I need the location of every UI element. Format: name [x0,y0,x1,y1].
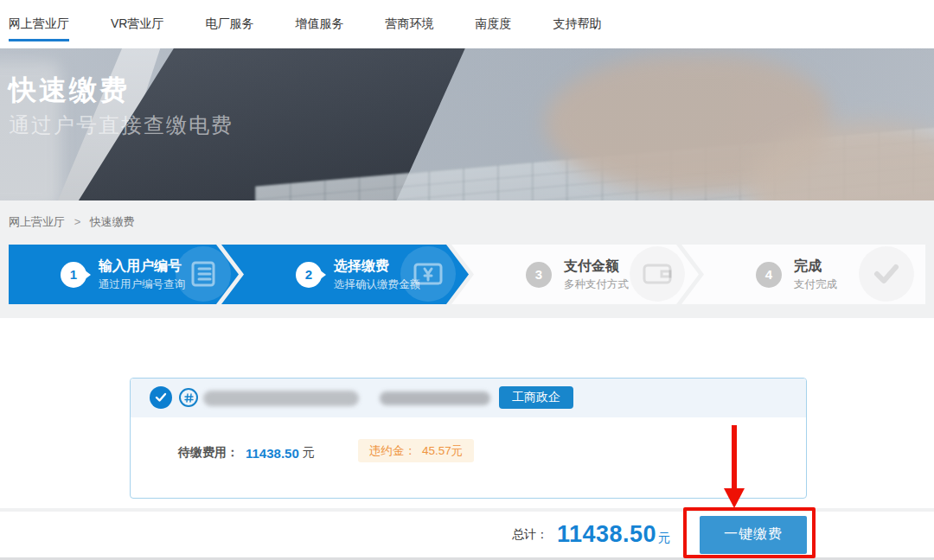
step-3-title: 支付金额 [564,259,629,273]
step-2-title: 选择缴费 [334,259,420,273]
step-1-enter-account: 1 输入用户编号 通过用户编号查询 [9,245,239,304]
step-4-subtitle: 支付完成 [794,279,837,290]
page: 网上营业厅 VR营业厅 电厂服务 增值服务 营商环境 南度度 支持帮助 快速缴费… [0,0,934,560]
step-1-subtitle: 通过用户编号查询 [99,279,185,290]
pending-fee-row: 待缴费用： 11438.50 元 [178,445,315,461]
nav-item-online-hall[interactable]: 网上营业厅 [9,0,69,48]
step-4-title: 完成 [794,259,837,273]
step-1-number: 1 [61,262,86,288]
step-1-title: 输入用户编号 [99,259,185,273]
step-2-number: 2 [296,262,322,288]
penalty-label: 违约金： [369,443,416,459]
check-icon [859,246,914,302]
step-2-choose-payment: 2 选择缴费 选择确认缴费金额 [221,245,469,304]
account-number-icon [179,388,198,407]
step-4-number: 4 [756,262,782,288]
hero-banner: 快速缴费 通过户号直接查缴电费 [0,48,934,200]
breadcrumb-separator: > [74,215,81,228]
content-panel: 工商政企 待缴费用： 11438.50 元 违约金： 45.57元 [0,318,934,508]
account-card[interactable]: 工商政企 待缴费用： 11438.50 元 违约金： 45.57元 [130,378,807,499]
pending-fee-amount: 11438.50 [246,446,299,461]
nav-item-vr-hall[interactable]: VR营业厅 [111,0,163,48]
account-name-redacted [380,391,490,405]
total-amount: 11438.50 [557,521,656,548]
account-card-header: 工商政企 [131,379,806,417]
step-progress-bar: 1 输入用户编号 通过用户编号查询 2 选择缴费 选择确认缴费金额 [9,245,925,304]
pending-fee-unit: 元 [303,445,315,461]
page-title: 快速缴费 [9,72,130,110]
pay-button[interactable]: 一键缴费 [700,516,807,554]
breadcrumb-root-link[interactable]: 网上营业厅 [9,215,65,228]
nav-item-plant-services[interactable]: 电厂服务 [205,0,253,48]
customer-type-badge: 工商政企 [499,386,573,409]
nav-item-business-environment[interactable]: 营商环境 [385,0,433,48]
penalty-pill: 违约金： 45.57元 [358,439,474,462]
page-subtitle: 通过户号直接查缴电费 [9,111,234,139]
account-number-redacted [203,391,359,406]
nav-item-nandudu[interactable]: 南度度 [475,0,511,48]
total-label: 总计： [512,527,548,543]
total-bar: 总计： 11438.50 元 一键缴费 [0,512,934,557]
nav-item-value-added-services[interactable]: 增值服务 [295,0,343,48]
step-3-number: 3 [526,262,552,288]
breadcrumb-current: 快速缴费 [90,215,135,228]
step-3-subtitle: 多种支付方式 [564,279,629,290]
pending-fee-label: 待缴费用： [178,445,239,461]
nav-item-support-help[interactable]: 支持帮助 [553,0,601,48]
wallet-icon [630,246,685,302]
step-4-complete: 4 完成 支付完成 [681,245,925,304]
selected-check-icon[interactable] [150,386,172,409]
step-2-subtitle: 选择确认缴费金额 [334,279,420,290]
step-3-pay-amount: 3 支付金额 多种支付方式 [451,245,699,304]
breadcrumb: 网上营业厅 > 快速缴费 [9,214,135,230]
top-nav: 网上营业厅 VR营业厅 电厂服务 增值服务 营商环境 南度度 支持帮助 [0,0,934,48]
penalty-value: 45.57元 [422,443,463,459]
total-unit: 元 [658,531,670,546]
